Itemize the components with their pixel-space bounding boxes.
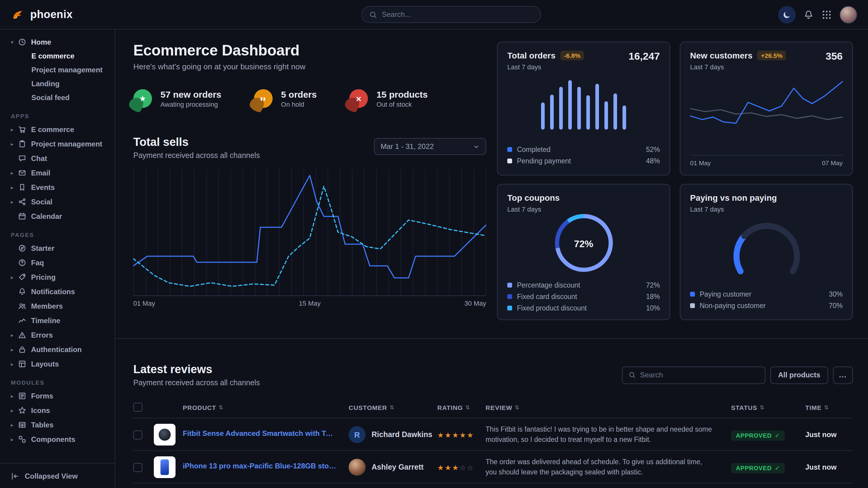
sidebar-item-layouts[interactable]: ▸Layouts	[5, 357, 110, 371]
customer-avatar: R	[349, 426, 366, 443]
clipboard-icon	[18, 140, 26, 148]
status-badge: APPROVED✓	[731, 463, 785, 473]
main-content: Ecommerce Dashboard Here's what's going …	[115, 30, 868, 488]
legend-item-completed: Completed52%	[507, 143, 660, 155]
row-checkbox[interactable]	[133, 463, 154, 472]
sort-icon[interactable]: ⇅	[390, 404, 395, 410]
sidebar-item-e-commerce[interactable]: ▸E commerce	[5, 122, 110, 137]
caret-right-icon: ▸	[11, 408, 18, 414]
column-header-product[interactable]: PRODUCT⇅	[183, 403, 349, 411]
sidebar-item-notifications[interactable]: Notifications	[5, 285, 110, 299]
sidebar-item-chat[interactable]: Chat	[5, 151, 110, 166]
review-row[interactable]: Fitbit Sense Advanced Smartwatch with To…	[133, 418, 853, 451]
tag-icon	[18, 273, 26, 282]
sidebar-item-landing[interactable]: Landing	[5, 77, 110, 91]
stat-value: 57 new orders	[160, 89, 221, 99]
legend-item-fixed-card-discount: Fixed card discount18%	[507, 291, 660, 302]
legend-swatch	[690, 303, 695, 308]
review-row[interactable]: iPhone 13 pro max-Pacific Blue-128GB sto…	[133, 451, 853, 484]
check-icon: ✓	[775, 464, 780, 471]
all-products-button[interactable]: All products	[770, 366, 828, 384]
more-options-button[interactable]: ...	[833, 366, 853, 384]
sidebar-item-events[interactable]: ▸Events	[5, 180, 110, 195]
navbar-actions	[778, 6, 857, 23]
sidebar-item-e-commerce[interactable]: E commerce	[5, 50, 110, 63]
bell-icon	[803, 9, 814, 20]
apps-grid-button[interactable]	[822, 9, 832, 20]
sidebar-item-home[interactable]: ▾Home	[5, 35, 110, 50]
sidebar-section-label: PAGES	[11, 231, 110, 238]
sidebar-item-errors[interactable]: ▸Errors	[5, 328, 110, 343]
row-checkbox[interactable]	[133, 430, 154, 439]
sidebar-item-pricing[interactable]: ▸Pricing	[5, 270, 110, 285]
sort-icon[interactable]: ⇅	[760, 404, 765, 410]
card-title: Total orders	[507, 51, 556, 60]
sidebar-item-social-feed[interactable]: Social feed	[5, 91, 110, 105]
timeline-icon	[18, 317, 26, 325]
column-header-rating[interactable]: RATING⇅	[437, 403, 486, 411]
sidebar-item-members[interactable]: Members	[5, 299, 110, 314]
sort-icon[interactable]: ⇅	[515, 404, 520, 410]
star-icon	[18, 406, 26, 415]
sidebar-item-starter[interactable]: Starter	[5, 241, 110, 256]
stats-row: ★57 new ordersAwating processing▮▮5 orde…	[133, 89, 486, 108]
brand[interactable]: phoenix	[11, 7, 73, 22]
reviews-search[interactable]	[622, 366, 766, 384]
review-time: Just now	[805, 430, 853, 439]
card-period: Last 7 days	[690, 63, 786, 70]
stat-value: 15 products	[376, 89, 428, 99]
x-axis-labels: 01 May 07 May	[690, 155, 843, 166]
collapsed-view-toggle[interactable]: Collapsed View	[0, 463, 115, 488]
sidebar-item-authentication[interactable]: ▸Authentication	[5, 343, 110, 357]
caret-right-icon: ▸	[11, 361, 18, 367]
sidebar-item-tables[interactable]: ▸Tables	[5, 418, 110, 432]
legend-swatch	[507, 147, 512, 152]
column-header-status[interactable]: STATUS⇅	[731, 403, 805, 411]
sidebar-item-email[interactable]: ▸Email	[5, 166, 110, 180]
caret-down-icon: ▾	[11, 39, 18, 45]
sidebar: ▾HomeE commerceProject managementLanding…	[0, 30, 115, 488]
date-range-select[interactable]: Mar 1 - 31, 2022	[374, 138, 486, 155]
column-header-review[interactable]: REVIEW⇅	[486, 403, 731, 411]
stat-value: 5 orders	[281, 89, 317, 99]
review-row[interactable]	[133, 484, 853, 488]
sidebar-item-project-management[interactable]: Project management	[5, 63, 110, 77]
stat-out-of-stock: ×15 productsOut of stock	[349, 89, 428, 108]
product-link[interactable]: iPhone 13 pro max-Pacific Blue-128GB sto…	[183, 462, 337, 470]
card-value: 16,247	[628, 51, 660, 63]
product-link[interactable]: Fitbit Sense Advanced Smartwatch with To…	[183, 429, 337, 438]
collapsed-view-label: Collapsed View	[25, 472, 78, 480]
question-icon	[18, 259, 26, 267]
sidebar-item-calendar[interactable]: Calendar	[5, 209, 110, 224]
sort-icon[interactable]: ⇅	[219, 404, 223, 410]
sidebar-item-forms[interactable]: ▸Forms	[5, 389, 110, 403]
notifications-button[interactable]	[803, 9, 814, 20]
customer-cell: RRichard Dawkins	[349, 426, 437, 443]
reviews-search-input[interactable]	[640, 371, 759, 379]
sidebar-item-faq[interactable]: Faq	[5, 256, 110, 270]
top-coupons-card: Top coupons Last 7 days 72% Percentage d…	[497, 184, 670, 320]
select-all-checkbox[interactable]	[133, 403, 154, 412]
user-avatar[interactable]	[840, 6, 857, 23]
caret-right-icon: ▸	[11, 347, 18, 353]
sidebar-item-components[interactable]: ▸Components	[5, 432, 110, 447]
customer-cell: Ashley Garrett	[349, 459, 437, 476]
paying-vs-non-paying-card: Paying vs non paying Last 7 days Paying …	[680, 184, 853, 320]
page-title: Ecommerce Dashboard	[133, 42, 486, 59]
rating-stars: ★★★☆☆	[437, 464, 474, 472]
navbar-search-input[interactable]	[382, 10, 533, 19]
theme-toggle-button[interactable]	[778, 6, 796, 23]
column-header-customer[interactable]: CUSTOMER⇅	[349, 403, 437, 411]
moon-icon	[782, 10, 792, 19]
column-header-time[interactable]: TIME⇅	[805, 403, 853, 411]
layout-icon	[18, 360, 26, 368]
sidebar-item-icons[interactable]: ▸Icons	[5, 403, 110, 418]
sidebar-item-project-management[interactable]: ▸Project management	[5, 137, 110, 151]
caret-right-icon: ▸	[11, 393, 18, 399]
sort-icon[interactable]: ⇅	[465, 404, 470, 410]
navbar-search[interactable]	[361, 6, 541, 23]
sort-icon[interactable]: ⇅	[824, 404, 829, 410]
sidebar-item-timeline[interactable]: Timeline	[5, 314, 110, 328]
sidebar-item-social[interactable]: ▸Social	[5, 195, 110, 209]
app-root: phoenix ▾HomeE commerceProject managemen…	[0, 0, 868, 488]
